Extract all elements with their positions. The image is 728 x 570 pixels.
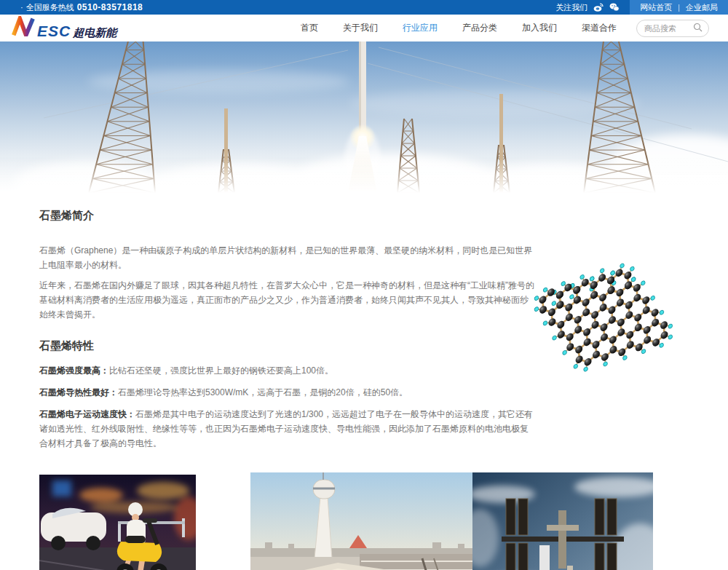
feature-electron-speed: 石墨烯电子运动速度快：石墨烯是其中电子的运动速度达到了光速的1/300，远远超过… [39, 407, 534, 451]
feature-strength: 石墨烯强度最高：比钻石还坚硬，强度比世界上最好的钢铁还要高上100倍。 [39, 363, 534, 378]
feature-strength-text: 比钻石还坚硬，强度比世界上最好的钢铁还要高上100倍。 [109, 365, 333, 376]
graphene-intro-title: 石墨烯简介 [39, 209, 692, 223]
product-search[interactable] [636, 20, 709, 37]
nav-channel-cooperation[interactable]: 渠道合作 [569, 22, 629, 34]
feature-thermal: 石墨烯导热性最好：石墨烯理论导热率达到5300W/mK，远高于石墨，是铜的20倍… [39, 385, 534, 400]
logo-esc-text: ESC [37, 23, 71, 40]
hero-banner [0, 41, 728, 193]
nav-home[interactable]: 首页 [288, 22, 331, 34]
wechat-icon[interactable] [609, 2, 620, 12]
logo[interactable]: ESC 超电新能 [10, 16, 116, 40]
main-header: ESC 超电新能 首页 关于我们 行业应用 产品分类 加入我们 渠道合作 [0, 15, 728, 41]
nav-about[interactable]: 关于我们 [331, 22, 390, 34]
top-utility-bar: · 全国服务热线 0510-83571818 关注我们 网站首页 | 企业邮局 [0, 0, 728, 15]
hotline-label: 全国服务热线 [26, 2, 74, 13]
divider: | [678, 3, 680, 12]
graphene-intro-paragraph-1: 石墨烯（Graphene）是一种由碳原子构成的单层片状结构的新材料，是已知的世界… [39, 243, 534, 272]
nav-join-us[interactable]: 加入我们 [510, 22, 569, 34]
site-home-link[interactable]: 网站首页 [640, 2, 672, 13]
quick-links: 网站首页 | 企业邮局 [630, 0, 728, 15]
photo-electric-scooter [39, 475, 196, 570]
main-nav: 首页 关于我们 行业应用 产品分类 加入我们 渠道合作 [288, 22, 629, 34]
graphene-intro-paragraph-2: 近年来，石墨烯在国内外赚足了眼球，因其各种超凡特性，在普罗大众心中，它是一种神奇… [39, 278, 534, 322]
bullet-icon: · [20, 3, 23, 12]
nav-product-categories[interactable]: 产品分类 [450, 22, 510, 34]
hero-rocket-launch-image [0, 41, 728, 193]
feature-electron-speed-lead: 石墨烯电子运动速度快： [39, 409, 135, 419]
nav-industry-applications[interactable]: 行业应用 [390, 22, 450, 34]
feature-thermal-text: 石墨烯理论导热率达到5300W/mK，远高于石墨，是铜的20倍，硅的50倍。 [118, 387, 408, 397]
application-photos [39, 472, 692, 570]
search-input[interactable] [643, 23, 693, 33]
logo-cn-text: 超电新能 [73, 26, 116, 40]
weibo-icon[interactable] [593, 2, 604, 12]
follow-us-label: 关注我们 [555, 2, 587, 13]
logo-mark-icon [10, 16, 35, 36]
hotline: · 全国服务热线 0510-83571818 [0, 2, 143, 13]
hotline-number: 0510-83571818 [77, 2, 143, 12]
photo-airport-control-tower [250, 472, 472, 570]
content-area: 石墨烯简介 石墨烯（Graphene）是一种由碳原子构成的单层片状结构的新材料，… [36, 193, 692, 570]
photo-space-station [472, 472, 653, 570]
feature-thermal-lead: 石墨烯导热性最好： [39, 387, 118, 397]
enterprise-mail-link[interactable]: 企业邮局 [686, 2, 718, 13]
graphene-molecule-image [530, 250, 679, 388]
feature-strength-lead: 石墨烯强度最高： [39, 365, 109, 376]
search-icon[interactable] [693, 22, 703, 35]
